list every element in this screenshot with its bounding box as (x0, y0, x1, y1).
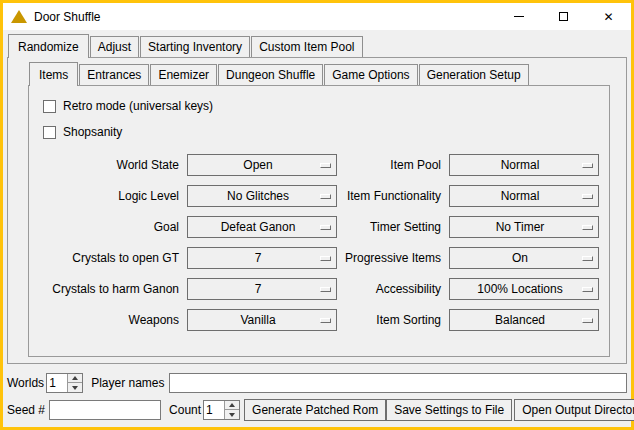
item-functionality-value: Normal (450, 189, 598, 203)
count-spinbox[interactable] (203, 400, 240, 420)
worlds-spin-buttons (67, 374, 82, 392)
tab-dungeon-shuffle[interactable]: Dungeon Shuffle (218, 64, 323, 85)
crystals-harm-ganon-label: Crystals to harm Ganon (37, 282, 187, 296)
weapons-value: Vanilla (188, 313, 336, 327)
dropdown-indicator-icon (320, 194, 331, 199)
randomize-panel: Items Entrances Enemizer Dungeon Shuffle… (7, 57, 627, 364)
crystals-open-gt-label: Crystals to open GT (37, 251, 187, 265)
timer-setting-dropdown[interactable]: No Timer (449, 216, 599, 238)
tab-randomize[interactable]: Randomize (8, 34, 89, 58)
crystals-open-gt-value: 7 (188, 251, 336, 265)
dropdown-indicator-icon (320, 287, 331, 292)
item-functionality-dropdown[interactable]: Normal (449, 185, 599, 207)
window-content: Randomize Adjust Starting Inventory Cust… (3, 30, 631, 427)
options-grid: World State Open Item Pool Normal Logic … (37, 154, 601, 331)
close-button[interactable]: ✕ (586, 3, 631, 30)
minimize-button[interactable] (496, 3, 541, 30)
worlds-down-arrow-icon[interactable] (67, 383, 82, 392)
shopsanity-checkbox-box[interactable] (43, 126, 56, 139)
tab-entrances[interactable]: Entrances (79, 64, 149, 85)
shopsanity-label: Shopsanity (63, 125, 122, 139)
goal-label: Goal (37, 220, 187, 234)
world-state-value: Open (188, 158, 336, 172)
logic-level-label: Logic Level (37, 189, 187, 203)
item-pool-dropdown[interactable]: Normal (449, 154, 599, 176)
count-label: Count (169, 403, 201, 417)
worlds-up-arrow-icon[interactable] (67, 374, 82, 383)
count-input[interactable] (204, 401, 224, 419)
item-sorting-value: Balanced (450, 313, 598, 327)
items-panel: Retro mode (universal keys) Shopsanity W… (28, 85, 610, 357)
save-settings-button[interactable]: Save Settings to File (386, 399, 512, 421)
logic-level-value: No Glitches (188, 189, 336, 203)
weapons-label: Weapons (37, 313, 187, 327)
accessibility-value: 100% Locations (450, 282, 598, 296)
dropdown-indicator-icon (320, 256, 331, 261)
dropdown-indicator-icon (320, 163, 331, 168)
tab-custom-item-pool[interactable]: Custom Item Pool (251, 36, 362, 57)
worlds-spinbox[interactable] (46, 373, 83, 393)
item-sorting-dropdown[interactable]: Balanced (449, 309, 599, 331)
dropdown-indicator-icon (320, 225, 331, 230)
world-state-label: World State (37, 158, 187, 172)
dropdown-indicator-icon (320, 318, 331, 323)
door-shuffle-window: Door Shuffle ✕ Randomize Adjust Starting… (0, 0, 634, 430)
progressive-items-dropdown[interactable]: On (449, 247, 599, 269)
player-names-input[interactable] (169, 373, 628, 393)
goal-dropdown[interactable]: Defeat Ganon (187, 216, 337, 238)
accessibility-label: Accessibility (337, 282, 449, 296)
count-spin-buttons (224, 401, 239, 419)
tab-adjust[interactable]: Adjust (90, 36, 139, 57)
open-output-directory-button[interactable]: Open Output Directory (514, 399, 634, 421)
crystals-open-gt-dropdown[interactable]: 7 (187, 247, 337, 269)
retro-mode-label: Retro mode (universal keys) (63, 99, 213, 113)
sub-notebook: Items Entrances Enemizer Dungeon Shuffle… (28, 62, 610, 357)
generate-patched-rom-button[interactable]: Generate Patched Rom (244, 399, 386, 421)
world-state-dropdown[interactable]: Open (187, 154, 337, 176)
worlds-label: Worlds (7, 376, 44, 390)
item-pool-label: Item Pool (337, 158, 449, 172)
minimize-icon (514, 16, 524, 17)
seed-label: Seed # (7, 403, 45, 417)
player-names-label: Player names (91, 376, 164, 390)
sub-tab-bar: Items Entrances Enemizer Dungeon Shuffle… (28, 62, 610, 85)
seed-row: Seed # Count Generate Patched Rom Save S… (7, 399, 627, 421)
weapons-dropdown[interactable]: Vanilla (187, 309, 337, 331)
app-icon (11, 10, 27, 23)
crystals-harm-ganon-dropdown[interactable]: 7 (187, 278, 337, 300)
retro-mode-checkbox[interactable]: Retro mode (universal keys) (43, 94, 601, 118)
goal-value: Defeat Ganon (188, 220, 336, 234)
tab-game-options[interactable]: Game Options (324, 64, 417, 85)
item-pool-value: Normal (450, 158, 598, 172)
maximize-button[interactable] (541, 3, 586, 30)
tab-items[interactable]: Items (29, 62, 78, 86)
accessibility-dropdown[interactable]: 100% Locations (449, 278, 599, 300)
shopsanity-checkbox[interactable]: Shopsanity (43, 120, 601, 144)
close-icon: ✕ (603, 11, 613, 23)
count-up-arrow-icon[interactable] (224, 401, 239, 410)
logic-level-dropdown[interactable]: No Glitches (187, 185, 337, 207)
timer-setting-label: Timer Setting (337, 220, 449, 234)
item-functionality-label: Item Functionality (337, 189, 449, 203)
main-tab-bar: Randomize Adjust Starting Inventory Cust… (7, 34, 627, 57)
maximize-icon (559, 12, 568, 21)
tab-generation-setup[interactable]: Generation Setup (419, 64, 529, 85)
dropdown-indicator-icon (582, 163, 593, 168)
seed-input[interactable] (49, 400, 161, 420)
bottom-controls: Worlds Player names Seed # Count (7, 372, 627, 421)
window-controls: ✕ (496, 3, 631, 30)
worlds-input[interactable] (47, 374, 67, 392)
timer-setting-value: No Timer (450, 220, 598, 234)
retro-mode-checkbox-box[interactable] (43, 100, 56, 113)
count-down-arrow-icon[interactable] (224, 410, 239, 419)
progressive-items-value: On (450, 251, 598, 265)
progressive-items-label: Progressive Items (337, 251, 449, 265)
worlds-row: Worlds Player names (7, 372, 627, 394)
dropdown-indicator-icon (582, 225, 593, 230)
crystals-harm-ganon-value: 7 (188, 282, 336, 296)
dropdown-indicator-icon (582, 287, 593, 292)
dropdown-indicator-icon (582, 318, 593, 323)
tab-enemizer[interactable]: Enemizer (150, 64, 217, 85)
dropdown-indicator-icon (582, 256, 593, 261)
tab-starting-inventory[interactable]: Starting Inventory (140, 36, 250, 57)
